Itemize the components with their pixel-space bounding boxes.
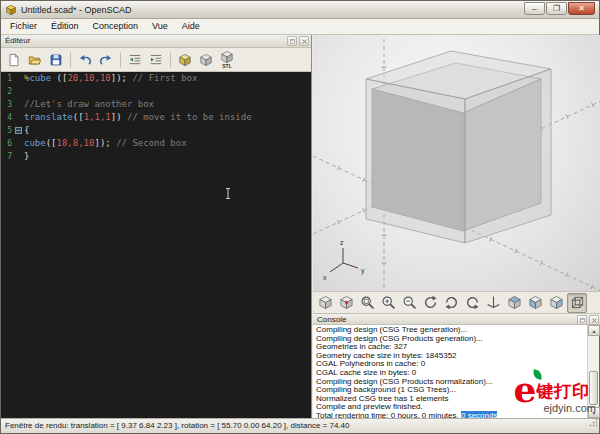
orthogonal-button[interactable] [567, 293, 587, 313]
rotate-left-icon [444, 295, 459, 310]
console-scrollbar[interactable]: ▲ ▼ [587, 325, 599, 418]
indent-button[interactable] [146, 49, 166, 70]
indent-icon [149, 53, 163, 67]
save-file-button[interactable] [46, 49, 66, 70]
line-number: 4 [1, 111, 15, 124]
console-float-button[interactable] [577, 315, 587, 325]
code-editor[interactable]: 1%cube ([20,10,10]); // First box23//Let… [1, 72, 311, 418]
top-view-icon [507, 295, 522, 310]
line-number: 1 [1, 72, 15, 85]
unindent-button[interactable] [125, 49, 145, 70]
new-file-button[interactable] [4, 49, 24, 70]
zoom-in-icon [381, 295, 396, 310]
code-line-3: 3//Let's draw another box [1, 98, 311, 111]
undo-icon [78, 53, 92, 67]
export-stl-icon [220, 50, 234, 64]
redo-icon [99, 53, 113, 67]
openscad-window: Untitled.scad* - OpenSCAD – ❐ ✕ FichierÉ… [0, 0, 600, 434]
selected-text: 0 seconds [461, 411, 497, 418]
rotate-right-button[interactable] [462, 293, 482, 313]
diagonal-view-button[interactable] [315, 293, 335, 313]
axis-label-z: z [340, 239, 344, 246]
save-file-icon [49, 53, 63, 67]
render-canvas[interactable]: z x y [313, 35, 600, 291]
3d-viewport[interactable]: z x y [313, 35, 600, 291]
mouse-cursor-ibeam [224, 187, 232, 204]
line-number: 6 [1, 137, 15, 150]
editor-panel-title: Éditeur [5, 36, 30, 45]
viewport-toolbar [313, 291, 600, 313]
scrollbar-thumb[interactable] [589, 371, 598, 405]
line-number: 3 [1, 98, 15, 111]
code-line-4: 4translate([1,1,1]) // move it to be ins… [1, 111, 311, 124]
resize-grip[interactable] [589, 418, 598, 432]
menu-fichier[interactable]: Fichier [3, 19, 44, 34]
menu-bar: FichierÉditionConceptionVueAide [1, 19, 599, 35]
open-file-button[interactable] [25, 49, 45, 70]
render-icon [199, 53, 213, 67]
menu-conception[interactable]: Conception [86, 19, 146, 34]
toolbar-separator [120, 52, 121, 68]
close-button[interactable]: ✕ [568, 2, 595, 15]
close-icon [301, 38, 308, 45]
console-output[interactable]: Compiling design (CSG Tree generation)..… [313, 325, 587, 418]
front-view-button[interactable] [525, 293, 545, 313]
right-view-button[interactable] [546, 293, 566, 313]
console-panel-header[interactable]: Console [313, 313, 600, 325]
window-title: Untitled.scad* - OpenSCAD [21, 5, 132, 15]
rotate-left-button[interactable] [441, 293, 461, 313]
code-line-5: 5−{ [1, 124, 311, 137]
code-line-1: 1%cube ([20,10,10]); // First box [1, 72, 311, 85]
code-line-7: 7} [1, 150, 311, 163]
axis-indicator: z x y [323, 239, 365, 281]
menu-aide[interactable]: Aide [175, 19, 207, 34]
menu-vue[interactable]: Vue [145, 19, 175, 34]
center-view-button[interactable] [336, 293, 356, 313]
title-bar[interactable]: Untitled.scad* - OpenSCAD – ❐ ✕ [1, 1, 599, 19]
editor-panel-header[interactable]: Éditeur [1, 35, 311, 48]
maximize-button[interactable]: ❐ [546, 2, 567, 15]
front-view-icon [528, 295, 543, 310]
app-icon [5, 4, 17, 16]
editor-close-button[interactable] [299, 36, 309, 46]
axis-label-y: y [361, 267, 365, 275]
scroll-down-icon[interactable]: ▼ [588, 407, 600, 418]
undock-icon [579, 317, 586, 324]
minimize-button[interactable]: – [524, 2, 545, 15]
editor-float-button[interactable] [287, 36, 297, 46]
console-close-button[interactable] [589, 315, 599, 325]
zoom-out-icon [402, 295, 417, 310]
console-header-buttons [577, 315, 599, 325]
line-number: 7 [1, 150, 15, 163]
code-line-6: 6cube([18,8,10]); // Second box [1, 137, 311, 150]
close-icon [591, 317, 598, 324]
console-panel-title: Console [317, 315, 346, 324]
center-view-icon [339, 295, 354, 310]
zoom-in-button[interactable] [378, 293, 398, 313]
undock-icon [289, 38, 296, 45]
scroll-up-icon[interactable]: ▲ [588, 325, 600, 336]
preview-button[interactable] [175, 49, 195, 70]
rotate-right-icon [465, 295, 480, 310]
zoom-out-button[interactable] [399, 293, 419, 313]
fold-marker-icon[interactable]: − [15, 127, 22, 134]
axis-label-x: x [323, 274, 327, 281]
export-stl-button[interactable]: STL [217, 49, 237, 70]
menu-edition[interactable]: Édition [44, 19, 86, 34]
preview-icon [178, 53, 192, 67]
right-view-icon [549, 295, 564, 310]
diagonal-view-icon [318, 295, 333, 310]
reset-view-button[interactable] [420, 293, 440, 313]
top-view-button[interactable] [504, 293, 524, 313]
preview-model-boxes [366, 51, 551, 243]
status-text: Fenêtre de rendu: translation = [ 9.37 6… [5, 421, 349, 430]
render-button[interactable] [196, 49, 216, 70]
view-all-button[interactable] [357, 293, 377, 313]
axes-button[interactable] [483, 293, 503, 313]
orthogonal-icon [570, 295, 585, 310]
redo-button[interactable] [96, 49, 116, 70]
toolbar-separator [70, 52, 71, 68]
reset-view-icon [423, 295, 438, 310]
toolbar-separator [170, 52, 171, 68]
undo-button[interactable] [75, 49, 95, 70]
